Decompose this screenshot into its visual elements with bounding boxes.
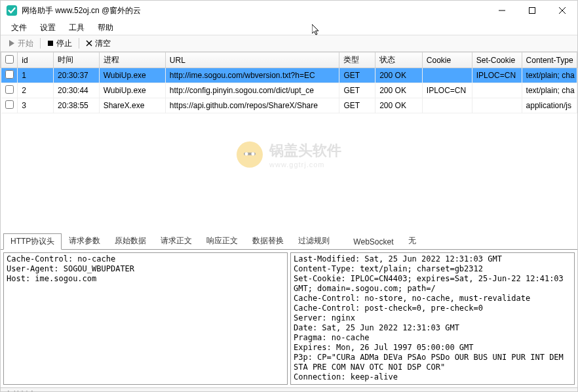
maximize-button[interactable] (517, 1, 547, 20)
cell-status: 200 OK (376, 83, 423, 98)
menu-file[interactable]: 文件 (5, 21, 33, 35)
menu-settings[interactable]: 设置 (33, 21, 62, 35)
window-title: 网络助手 www.52oj.cn @窗外的云 (22, 5, 487, 16)
cell-process: WubiUp.exe (99, 83, 165, 98)
tab-websocket[interactable]: WebSocket (346, 235, 400, 249)
cell-process: WubiUp.exe (99, 68, 165, 83)
menu-tools[interactable]: 工具 (62, 21, 91, 35)
cell-contenttype: application/js (522, 98, 577, 113)
col-status[interactable]: 状态 (376, 52, 423, 68)
svg-marker-5 (9, 40, 14, 47)
clear-label: 清空 (95, 38, 111, 49)
cell-id: 1 (18, 68, 54, 83)
table-row[interactable]: 320:38:55ShareX.exehttps://api.github.co… (1, 98, 577, 113)
response-headers-panel[interactable]: Last-Modified: Sat, 25 Jun 2022 12:31:03… (290, 252, 575, 385)
minimize-button[interactable] (487, 1, 517, 20)
menu-help[interactable]: 帮助 (91, 21, 120, 35)
col-id[interactable]: id (18, 52, 54, 68)
request-headers-panel[interactable]: Cache-Control: no-cache User-Agent: SOGO… (3, 252, 288, 385)
cell-process: ShareX.exe (99, 98, 165, 113)
svg-point-11 (245, 152, 248, 155)
toolbar: 开始 停止 清空 (1, 35, 577, 52)
cell-id: 2 (18, 83, 54, 98)
col-cookie[interactable]: Cookie (422, 52, 472, 68)
cell-time: 20:38:55 (54, 98, 100, 113)
close-button[interactable] (547, 1, 577, 20)
svg-point-12 (252, 152, 255, 155)
watermark-title: 锅盖头软件 (269, 141, 341, 161)
stop-label: 停止 (56, 38, 72, 49)
cell-type: GET (339, 98, 376, 113)
svg-rect-10 (244, 153, 256, 155)
cell-url: https://api.github.com/repos/ShareX/Shar… (165, 98, 339, 113)
svg-rect-6 (48, 41, 53, 46)
start-label: 开始 (18, 38, 33, 49)
statusbar: 当前版本:1.3.0 (1, 387, 577, 392)
cell-status: 200 OK (376, 68, 423, 83)
check-all[interactable] (5, 55, 14, 64)
col-url[interactable]: URL (165, 52, 339, 68)
request-grid-area: id 时间 进程 URL 类型 状态 Cookie Set-Cookie Con… (1, 52, 577, 235)
watermark: 锅盖头软件 www.ggtrj.com (237, 141, 341, 168)
tab-http-headers[interactable]: HTTP协议头 (3, 233, 62, 250)
col-type[interactable]: 类型 (339, 52, 376, 68)
cell-contenttype: text/plain; cha (522, 83, 577, 98)
col-setcookie[interactable]: Set-Cookie (472, 52, 522, 68)
clear-button[interactable]: 清空 (81, 37, 116, 50)
col-process[interactable]: 进程 (99, 52, 165, 68)
cell-contenttype: text/plain; cha (522, 68, 577, 83)
cell-time: 20:30:44 (54, 83, 100, 98)
request-grid[interactable]: id 时间 进程 URL 类型 状态 Cookie Set-Cookie Con… (1, 52, 577, 113)
play-icon (9, 40, 15, 47)
clear-icon (86, 40, 92, 47)
menubar: 文件 设置 工具 帮助 (1, 20, 577, 35)
cell-cookie (422, 98, 472, 113)
start-button[interactable]: 开始 (3, 37, 39, 50)
cell-url: http://ime.sogou.com/wbversion.txt?h=EC (165, 68, 339, 83)
toolbar-separator (40, 38, 41, 49)
cell-type: GET (339, 83, 376, 98)
detail-tabstrip: HTTP协议头 请求参数 原始数据 请求正文 响应正文 数据替换 过滤规则 We… (1, 235, 577, 250)
watermark-icon (237, 142, 263, 168)
app-icon (6, 5, 18, 16)
row-checkbox[interactable] (5, 85, 14, 94)
cell-setcookie (472, 83, 522, 98)
cell-setcookie: IPLOC=CN (472, 68, 522, 83)
watermark-url: www.ggtrj.com (269, 161, 341, 168)
stop-button[interactable]: 停止 (42, 37, 77, 50)
cell-id: 3 (18, 98, 54, 113)
col-time[interactable]: 时间 (54, 52, 100, 68)
grid-header-row: id 时间 进程 URL 类型 状态 Cookie Set-Cookie Con… (1, 52, 577, 68)
table-row[interactable]: 220:30:44WubiUp.exehttp://config.pinyin.… (1, 83, 577, 98)
row-checkbox[interactable] (5, 70, 14, 79)
cell-status: 200 OK (376, 98, 423, 113)
detail-area: Cache-Control: no-cache User-Agent: SOGO… (1, 250, 577, 387)
cell-url: http://config.pinyin.sogou.com/dict/upt_… (165, 83, 339, 98)
cell-setcookie (472, 98, 522, 113)
cell-cookie (422, 68, 472, 83)
row-checkbox[interactable] (5, 100, 14, 109)
cell-time: 20:30:37 (54, 68, 100, 83)
col-contenttype[interactable]: Content-Type (522, 52, 577, 68)
cell-type: GET (339, 68, 376, 83)
table-row[interactable]: 120:30:37WubiUp.exehttp://ime.sogou.com/… (1, 68, 577, 83)
stop-icon (47, 40, 54, 47)
toolbar-separator (79, 38, 79, 49)
svg-point-9 (240, 145, 260, 165)
cell-cookie: IPLOC=CN (422, 83, 472, 98)
col-check[interactable] (1, 52, 18, 68)
svg-rect-2 (530, 8, 535, 14)
